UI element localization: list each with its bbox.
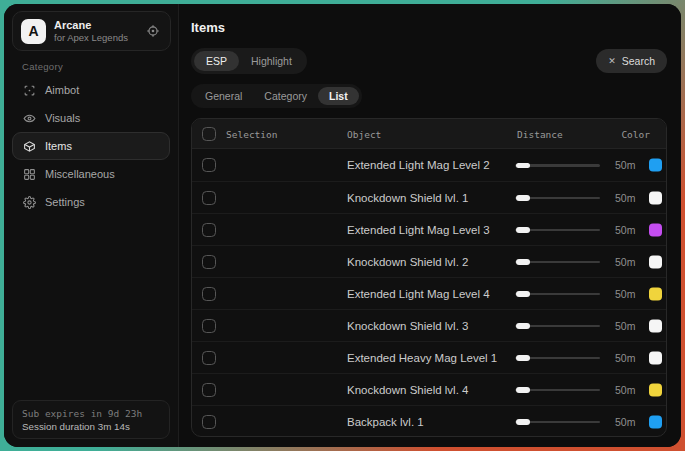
color-swatch[interactable] bbox=[649, 415, 662, 428]
target-icon[interactable] bbox=[146, 24, 162, 38]
distance-value: 50m bbox=[615, 256, 635, 268]
sub-expires-text: Sub expires in 9d 23h bbox=[22, 407, 160, 420]
tab-esp[interactable]: ESP bbox=[194, 51, 239, 71]
table-row: Knockdown Shield lvl. 1 50m bbox=[192, 181, 666, 213]
package-icon bbox=[23, 140, 36, 153]
items-table: Selection Object Distance Color Extended… bbox=[191, 118, 667, 437]
distance-slider[interactable] bbox=[515, 320, 600, 332]
row-checkbox[interactable] bbox=[202, 255, 216, 269]
slider-thumb[interactable] bbox=[516, 227, 530, 233]
app-name: Arcane bbox=[54, 19, 146, 32]
row-checkbox[interactable] bbox=[202, 191, 216, 205]
slider-thumb[interactable] bbox=[516, 387, 530, 393]
color-swatch[interactable] bbox=[649, 159, 662, 172]
slider-thumb[interactable] bbox=[516, 259, 530, 265]
tab-general[interactable]: General bbox=[194, 87, 253, 105]
object-name: Knockdown Shield lvl. 2 bbox=[347, 256, 468, 268]
distance-value: 50m bbox=[615, 352, 635, 364]
table-row: Extended Light Mag Level 3 50m bbox=[192, 213, 666, 245]
distance-value: 50m bbox=[615, 192, 635, 204]
distance-slider[interactable] bbox=[515, 159, 600, 171]
distance-slider[interactable] bbox=[515, 288, 600, 300]
search-button[interactable]: ✕ Search bbox=[596, 49, 667, 73]
column-header-color: Color bbox=[621, 128, 650, 139]
color-swatch[interactable] bbox=[649, 191, 662, 204]
tab-highlight[interactable]: Highlight bbox=[239, 51, 304, 71]
distance-slider[interactable] bbox=[515, 416, 600, 428]
row-checkbox[interactable] bbox=[202, 383, 216, 397]
sidebar-item-label: Miscellaneous bbox=[45, 168, 115, 180]
color-swatch[interactable] bbox=[649, 351, 662, 364]
subscription-info-card: Sub expires in 9d 23h Session duration 3… bbox=[12, 400, 170, 439]
slider-thumb[interactable] bbox=[516, 355, 530, 361]
sidebar-item-miscellaneous[interactable]: Miscellaneous bbox=[12, 160, 170, 188]
color-swatch[interactable] bbox=[649, 287, 662, 300]
sidebar-item-label: Settings bbox=[45, 196, 85, 208]
slider-thumb[interactable] bbox=[516, 163, 530, 169]
slider-thumb[interactable] bbox=[516, 323, 530, 329]
distance-slider[interactable] bbox=[515, 352, 600, 364]
slider-thumb[interactable] bbox=[516, 195, 530, 201]
row-checkbox[interactable] bbox=[202, 158, 216, 172]
row-checkbox[interactable] bbox=[202, 223, 216, 237]
distance-value: 50m bbox=[615, 320, 635, 332]
column-header-distance: Distance bbox=[517, 128, 563, 139]
sidebar-item-settings[interactable]: Settings bbox=[12, 188, 170, 216]
app-subtitle: for Apex Legends bbox=[54, 32, 146, 44]
distance-value: 50m bbox=[615, 288, 635, 300]
object-name: Knockdown Shield lvl. 3 bbox=[347, 320, 468, 332]
slider-thumb[interactable] bbox=[516, 291, 530, 297]
crosshair-icon bbox=[23, 84, 36, 97]
table-row: Knockdown Shield lvl. 3 50m bbox=[192, 309, 666, 341]
slider-thumb[interactable] bbox=[516, 419, 530, 425]
eye-icon bbox=[23, 112, 36, 125]
sidebar-nav: Aimbot Visuals Items Miscellaneous Setti… bbox=[12, 76, 170, 216]
sidebar-item-items[interactable]: Items bbox=[12, 132, 170, 160]
distance-slider[interactable] bbox=[515, 224, 600, 236]
category-label: Category bbox=[22, 61, 63, 72]
app-logo: A bbox=[21, 19, 46, 44]
row-checkbox[interactable] bbox=[202, 415, 216, 429]
distance-value: 50m bbox=[615, 159, 635, 171]
page-title: Items bbox=[191, 20, 225, 35]
sidebar: A Arcane for Apex Legends Category Aimbo… bbox=[4, 4, 179, 447]
row-checkbox[interactable] bbox=[202, 287, 216, 301]
object-name: Extended Heavy Mag Level 1 bbox=[347, 352, 497, 364]
table-body: Extended Light Mag Level 2 50m Knockdown… bbox=[192, 149, 666, 437]
object-name: Extended Light Mag Level 3 bbox=[347, 224, 490, 236]
sidebar-item-aimbot[interactable]: Aimbot bbox=[12, 76, 170, 104]
distance-slider[interactable] bbox=[515, 192, 600, 204]
app-header-card: A Arcane for Apex Legends bbox=[12, 11, 171, 51]
sidebar-item-label: Items bbox=[45, 140, 72, 152]
main-panel: Items ESPHighlight ✕ Search GeneralCateg… bbox=[179, 4, 681, 447]
color-swatch[interactable] bbox=[649, 223, 662, 236]
table-row: Extended Light Mag Level 4 50m bbox=[192, 277, 666, 309]
distance-slider[interactable] bbox=[515, 384, 600, 396]
x-icon: ✕ bbox=[608, 56, 616, 66]
sidebar-item-visuals[interactable]: Visuals bbox=[12, 104, 170, 132]
color-swatch[interactable] bbox=[649, 319, 662, 332]
tab-category[interactable]: Category bbox=[253, 87, 318, 105]
distance-value: 50m bbox=[615, 224, 635, 236]
session-duration-text: Session duration 3m 14s bbox=[22, 420, 160, 433]
object-name: Knockdown Shield lvl. 1 bbox=[347, 192, 468, 204]
tab-list[interactable]: List bbox=[318, 87, 359, 105]
distance-slider[interactable] bbox=[515, 256, 600, 268]
gear-icon bbox=[23, 196, 36, 209]
sidebar-item-label: Aimbot bbox=[45, 84, 79, 96]
color-swatch[interactable] bbox=[649, 255, 662, 268]
distance-value: 50m bbox=[615, 384, 635, 396]
distance-value: 50m bbox=[615, 416, 635, 428]
table-header-row: Selection Object Distance Color bbox=[192, 119, 666, 149]
table-row: Backpack lvl. 1 50m bbox=[192, 405, 666, 437]
app-window: A Arcane for Apex Legends Category Aimbo… bbox=[4, 4, 681, 447]
color-swatch[interactable] bbox=[649, 383, 662, 396]
table-row: Extended Heavy Mag Level 1 50m bbox=[192, 341, 666, 373]
object-name: Extended Light Mag Level 2 bbox=[347, 159, 490, 171]
object-name: Backpack lvl. 1 bbox=[347, 416, 424, 428]
search-button-label: Search bbox=[622, 55, 655, 67]
object-name: Knockdown Shield lvl. 4 bbox=[347, 384, 468, 396]
select-all-checkbox[interactable] bbox=[202, 127, 216, 141]
row-checkbox[interactable] bbox=[202, 351, 216, 365]
row-checkbox[interactable] bbox=[202, 319, 216, 333]
